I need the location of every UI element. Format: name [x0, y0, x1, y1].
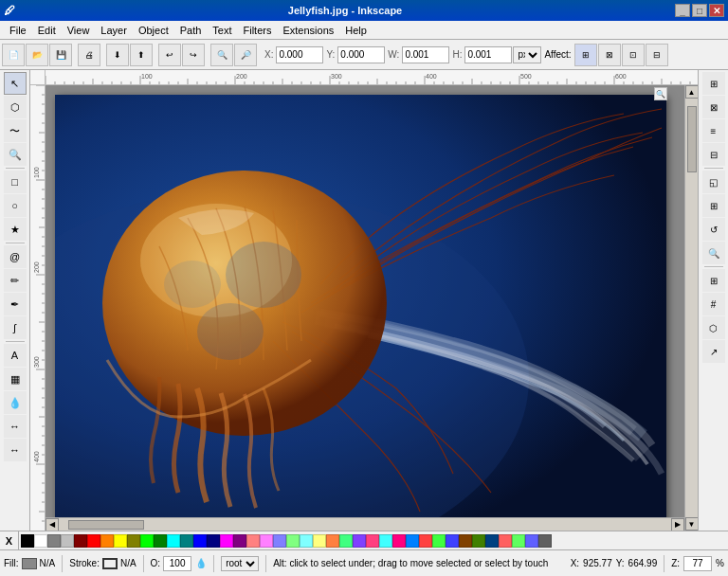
panel-fill[interactable]: ⊠ — [702, 96, 725, 118]
tool-star[interactable]: ★ — [4, 218, 27, 241]
w-input[interactable] — [402, 46, 449, 63]
color-swatch[interactable] — [366, 534, 379, 548]
vscroll-track[interactable] — [686, 99, 698, 517]
palette-x-button[interactable]: X — [0, 531, 19, 550]
color-swatch[interactable] — [392, 534, 406, 548]
root-select[interactable]: root — [221, 556, 259, 571]
color-swatch[interactable] — [140, 534, 154, 548]
panel-zoom-tool[interactable]: 🔍 — [702, 242, 725, 264]
color-swatch[interactable] — [472, 534, 485, 548]
import-button[interactable]: ⬇ — [106, 44, 129, 66]
menu-item-extensions[interactable]: Extensions — [277, 23, 339, 38]
color-swatch[interactable] — [273, 534, 286, 548]
color-swatch[interactable] — [193, 534, 207, 548]
tool-gradient[interactable]: ▦ — [4, 368, 27, 390]
panel-xml[interactable]: ≡ — [702, 119, 725, 142]
y-input[interactable] — [337, 46, 385, 63]
hscroll-track[interactable] — [59, 519, 671, 531]
close-button[interactable]: ✕ — [709, 4, 724, 17]
hscroll-left[interactable]: ◀ — [46, 518, 59, 531]
tool-spiral[interactable]: @ — [4, 245, 27, 268]
tool-connector[interactable]: ↔ — [4, 415, 27, 438]
color-swatch[interactable] — [180, 534, 193, 548]
color-swatch[interactable] — [260, 534, 273, 548]
drawing-canvas[interactable] — [55, 95, 666, 517]
tool-node[interactable]: ⬡ — [4, 96, 27, 118]
color-swatch[interactable] — [499, 534, 512, 548]
color-swatch[interactable] — [538, 534, 552, 548]
color-swatch[interactable] — [485, 534, 499, 548]
color-swatch[interactable] — [419, 534, 432, 548]
tool-rect[interactable]: □ — [4, 171, 27, 193]
save-button[interactable]: 💾 — [49, 44, 72, 66]
color-swatch[interactable] — [233, 534, 246, 548]
canvas-area[interactable]: 🔍 — [46, 85, 684, 517]
vscroll[interactable]: ▲ ▼ — [684, 85, 698, 531]
menu-item-object[interactable]: Object — [133, 23, 174, 38]
color-swatch[interactable] — [432, 534, 446, 548]
tool-pencil[interactable]: ✏ — [4, 269, 27, 292]
color-swatch[interactable] — [300, 534, 313, 548]
opacity-input[interactable] — [163, 556, 191, 571]
color-swatch[interactable] — [313, 534, 326, 548]
affect-btn-2[interactable]: ⊠ — [598, 44, 621, 66]
color-swatch[interactable] — [167, 534, 180, 548]
color-swatch[interactable] — [34, 534, 47, 548]
color-swatch[interactable] — [61, 534, 74, 548]
tool-selector[interactable]: ↖ — [4, 72, 27, 95]
menu-item-layer[interactable]: Layer — [95, 23, 133, 38]
panel-align[interactable]: ⊞ — [702, 194, 725, 217]
color-swatch[interactable] — [446, 534, 459, 548]
tool-calligraphy[interactable]: ∫ — [4, 316, 27, 339]
redo-button[interactable]: ↪ — [182, 44, 205, 66]
color-swatch[interactable] — [21, 534, 34, 548]
color-swatch[interactable] — [326, 534, 339, 548]
fill-color-box[interactable] — [22, 558, 37, 569]
menu-item-text[interactable]: Text — [207, 23, 237, 38]
color-swatch[interactable] — [286, 534, 300, 548]
h-input[interactable] — [464, 46, 512, 63]
color-swatch[interactable] — [525, 534, 538, 548]
panel-layers[interactable]: ⊟ — [702, 143, 725, 166]
panel-grid[interactable]: ⊞ — [702, 269, 725, 292]
hscroll-thumb[interactable] — [68, 520, 144, 530]
new-button[interactable]: 📄 — [2, 44, 25, 66]
color-swatch[interactable] — [339, 534, 353, 548]
maximize-button[interactable]: □ — [692, 4, 707, 17]
color-swatch[interactable] — [379, 534, 392, 548]
undo-button[interactable]: ↩ — [158, 44, 181, 66]
color-swatch[interactable] — [207, 534, 220, 548]
tool-ellipse[interactable]: ○ — [4, 194, 27, 217]
vscroll-thumb[interactable] — [687, 106, 697, 172]
color-swatch[interactable] — [87, 534, 100, 548]
hscroll-right[interactable]: ▶ — [671, 518, 684, 531]
color-swatch[interactable] — [74, 534, 87, 548]
zoom-input[interactable] — [683, 556, 712, 571]
tool-zoom[interactable]: 🔍 — [4, 143, 27, 166]
color-swatch[interactable] — [512, 534, 525, 548]
color-swatch[interactable] — [353, 534, 366, 548]
panel-mesh[interactable]: ⬡ — [702, 316, 725, 339]
color-swatch[interactable] — [114, 534, 127, 548]
vscroll-down[interactable]: ▼ — [685, 517, 699, 531]
color-swatch[interactable] — [459, 534, 472, 548]
tool-dropper[interactable]: 💧 — [4, 391, 27, 414]
export-button[interactable]: ⬆ — [130, 44, 153, 66]
color-swatch[interactable] — [154, 534, 167, 548]
minimize-button[interactable]: _ — [675, 4, 690, 17]
print-button[interactable]: 🖨 — [78, 44, 100, 66]
color-swatch[interactable] — [406, 534, 419, 548]
panel-symbol[interactable]: ↗ — [702, 340, 725, 363]
menu-item-edit[interactable]: Edit — [32, 23, 62, 38]
tool-tweak[interactable]: 〜 — [4, 119, 27, 142]
color-swatch[interactable] — [47, 534, 61, 548]
tool-pen[interactable]: ✒ — [4, 293, 27, 315]
x-input[interactable] — [276, 46, 323, 63]
vscroll-up[interactable]: ▲ — [685, 85, 699, 99]
panel-objects[interactable]: ◱ — [702, 171, 725, 193]
tool-text[interactable]: A — [4, 344, 27, 367]
color-swatch[interactable] — [127, 534, 140, 548]
tool-measure[interactable]: ↔ — [4, 439, 27, 461]
menu-item-path[interactable]: Path — [174, 23, 208, 38]
hscroll[interactable]: ◀ ▶ — [46, 517, 684, 531]
